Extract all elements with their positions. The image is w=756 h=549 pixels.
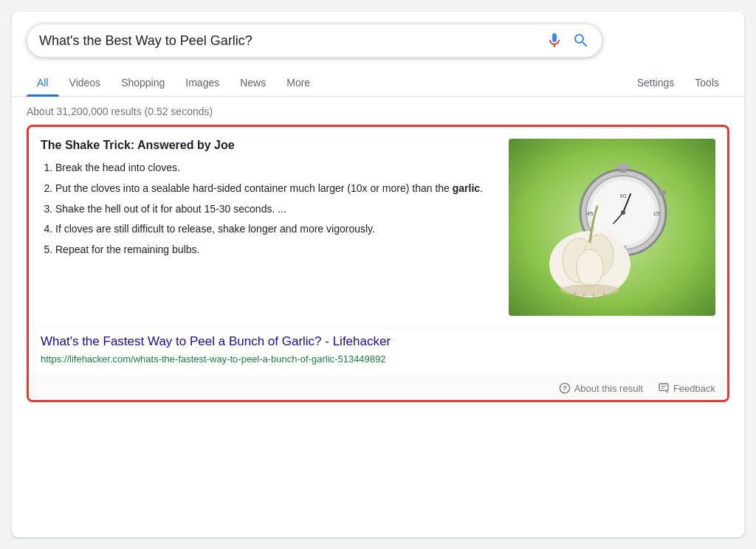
search-icon[interactable] [572, 32, 590, 49]
step-5: Repeat for the remaining bulbs. [55, 241, 497, 259]
tab-shopping[interactable]: Shopping [111, 69, 175, 96]
about-result-label: About this result [574, 383, 643, 394]
search-input[interactable]: What's the Best Way to Peel Garlic? [39, 33, 546, 49]
card-body: The Shake Trick: Answered by Joe Break t… [29, 127, 727, 328]
result-link-url: https://lifehacker.com/whats-the-fastest… [41, 353, 386, 365]
step-3: Shake the hell out of it for about 15-30… [55, 201, 497, 218]
result-link-area: What's the Fastest Way to Peel a Bunch o… [29, 328, 727, 376]
about-result-button[interactable]: ? About this result [559, 382, 643, 394]
tab-videos[interactable]: Videos [59, 69, 111, 96]
result-link-title[interactable]: What's the Fastest Way to Peel a Bunch o… [41, 334, 715, 349]
svg-text:?: ? [563, 384, 566, 392]
feedback-icon [658, 382, 670, 394]
snippet-title: The Shake Trick: Answered by Joe [41, 139, 497, 152]
featured-snippet-card: The Shake Trick: Answered by Joe Break t… [27, 125, 729, 402]
step-1: Break the head into cloves. [55, 159, 497, 177]
svg-line-20 [594, 294, 594, 302]
tabs-bar: All Videos Shopping Images News More Set… [12, 63, 744, 97]
svg-point-9 [621, 210, 625, 215]
step-2: Put the cloves into a sealable hard-side… [55, 180, 497, 198]
result-footer: ? About this result Feedback [29, 376, 727, 400]
snippet-text-area: The Shake Trick: Answered by Joe Break t… [41, 139, 497, 316]
tab-images[interactable]: Images [175, 69, 230, 96]
search-bar-area: What's the Best Way to Peel Garlic? [12, 12, 744, 58]
svg-text:15: 15 [653, 210, 660, 217]
feedback-label: Feedback [673, 383, 715, 394]
result-count: About 31,200,000 results (0.52 seconds) [12, 97, 744, 125]
tab-tools[interactable]: Tools [684, 69, 729, 96]
svg-rect-24 [659, 384, 668, 390]
tab-settings[interactable]: Settings [627, 69, 685, 96]
feedback-button[interactable]: Feedback [658, 382, 715, 394]
tabs-right-group: Settings Tools [627, 69, 729, 96]
snippet-steps-list: Break the head into cloves. Put the clov… [41, 159, 497, 259]
svg-text:45: 45 [587, 210, 594, 217]
step-4: If cloves are still difficult to release… [55, 221, 497, 238]
svg-text:60: 60 [620, 193, 627, 199]
garlic-image-placeholder: 60 30 45 15 [509, 139, 715, 316]
snippet-image: 60 30 45 15 [509, 139, 715, 316]
microphone-icon[interactable] [546, 32, 563, 49]
page-container: What's the Best Way to Peel Garlic? All … [12, 12, 744, 537]
search-box: What's the Best Way to Peel Garlic? [27, 24, 602, 58]
tab-more[interactable]: More [276, 69, 320, 96]
svg-point-17 [560, 284, 619, 296]
tab-all[interactable]: All [27, 69, 59, 96]
svg-rect-11 [616, 164, 630, 169]
tab-news[interactable]: News [230, 69, 276, 96]
question-circle-icon: ? [559, 382, 571, 394]
svg-rect-12 [659, 190, 666, 195]
svg-point-16 [577, 249, 603, 286]
